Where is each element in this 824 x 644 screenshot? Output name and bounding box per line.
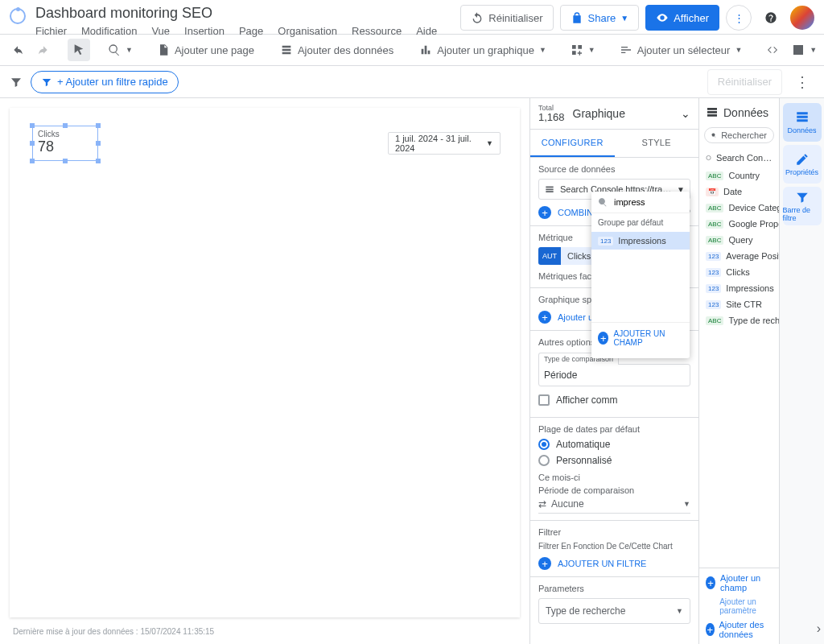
chart-icon	[419, 43, 432, 56]
filter-bar: + Ajouter un filtre rapide Réinitialiser…	[0, 66, 824, 98]
add-page-button[interactable]: Ajouter une page	[150, 39, 261, 61]
field-name: Date	[723, 187, 742, 196]
show-as-checkbox[interactable]: Afficher comm	[538, 394, 690, 406]
filter-subheading: Filtrer En Fonction De Ce/Cette Chart	[538, 542, 690, 551]
field-name: Query	[728, 235, 752, 245]
default-date-range-heading: Plage de dates par défaut	[538, 424, 690, 434]
add-param-link[interactable]: +Ajouter un paramètre	[699, 597, 779, 615]
field-row[interactable]: 123Impressions	[699, 280, 779, 296]
rail-filterbar-tab[interactable]: Barre de filtre	[783, 187, 822, 225]
field-search-input[interactable]: Rechercher	[704, 127, 774, 143]
select-tool[interactable]	[68, 39, 90, 61]
swap-icon: ⇄	[538, 498, 546, 510]
rail-properties-tab[interactable]: Propriétés	[783, 145, 822, 184]
filter-more-button[interactable]: ⋮	[790, 73, 814, 91]
grid-plus-icon	[571, 43, 583, 56]
compare-type-select[interactable]: Période	[538, 364, 690, 386]
plus-icon: +	[538, 557, 551, 570]
field-type-icon: 123	[706, 300, 721, 309]
eye-icon	[656, 11, 669, 24]
image-icon	[792, 43, 805, 56]
connector-icon	[706, 153, 711, 163]
add-filter-button[interactable]: + AJOUTER UN FILTRE	[538, 557, 690, 570]
add-data-link[interactable]: +Ajouter des données	[699, 615, 779, 644]
report-title[interactable]: Dashboard monitoring SEO	[35, 5, 460, 22]
filter-icon[interactable]	[10, 76, 23, 89]
radio-custom[interactable]: Personnalisé	[538, 455, 690, 466]
report-canvas[interactable]: Clicks 78 1 juil. 2024 - 31 juil. 2024▼	[10, 108, 520, 617]
undo-button[interactable]	[6, 39, 29, 61]
field-type-icon: ABC	[706, 236, 723, 245]
field-row[interactable]: 123Clicks	[699, 264, 779, 280]
field-row[interactable]: 📅Date	[699, 184, 779, 200]
connector-row[interactable]: Search Console https:…	[699, 148, 779, 167]
add-chart-button[interactable]: Ajouter un graphique▼	[413, 39, 553, 61]
share-button[interactable]: Share▼	[560, 5, 640, 31]
view-button[interactable]: Afficher	[645, 5, 719, 31]
kebab-icon: ⋮	[734, 12, 744, 24]
menu-help[interactable]: Aide	[416, 25, 437, 37]
menu-view[interactable]: Vue	[151, 25, 170, 37]
menu-file[interactable]: Fichier	[35, 25, 67, 37]
metric-search-popover: Groupe par défaut 123 Impressions + AJOU…	[591, 192, 690, 358]
compare-period-select[interactable]: ⇄Aucune ▼	[538, 495, 690, 514]
tab-style[interactable]: STYLE	[615, 130, 699, 157]
field-row[interactable]: 123Site CTR	[699, 296, 779, 312]
scorecard-chart[interactable]: Clicks 78	[32, 126, 98, 161]
chart-type-selector[interactable]: Graphique⌄	[573, 107, 690, 120]
collapse-panel-button[interactable]: ›	[817, 621, 821, 636]
add-control-button[interactable]: Ajouter un sélecteur▼	[613, 39, 749, 61]
field-row[interactable]: ABCCountry	[699, 167, 779, 184]
menu-arrange[interactable]: Organisation	[278, 25, 337, 37]
add-field-link[interactable]: +Ajouter un champ	[699, 568, 779, 597]
zoom-button[interactable]: ▼	[103, 39, 138, 61]
date-range-control[interactable]: 1 juil. 2024 - 31 juil. 2024▼	[388, 132, 501, 155]
field-name: Device Category	[728, 203, 779, 213]
embed-button[interactable]	[761, 39, 784, 61]
right-rail: Données Propriétés Barre de filtre	[779, 98, 824, 644]
popover-add-field-button[interactable]: + AJOUTER UN CHAMP	[591, 322, 690, 353]
parameter-select[interactable]: Type de recherche▼	[538, 598, 690, 624]
field-row[interactable]: ABCGoogle Property	[699, 216, 779, 232]
data-panel-header: Données	[699, 98, 779, 127]
menu-edit[interactable]: Modification	[81, 25, 137, 37]
data-icon	[280, 43, 293, 56]
tab-configure[interactable]: CONFIGURER	[530, 130, 615, 157]
data-source-heading: Source de données	[538, 164, 690, 174]
svg-point-0	[707, 155, 711, 159]
more-options-button[interactable]: ⋮	[726, 5, 752, 31]
search-icon	[711, 130, 716, 140]
add-quick-filter-button[interactable]: + Ajouter un filtre rapide	[31, 71, 179, 93]
redo-button[interactable]	[32, 39, 55, 61]
popover-item-impressions[interactable]: 123 Impressions	[591, 232, 690, 250]
filter-reset-button: Réinitialiser	[707, 69, 782, 95]
metric-search-input[interactable]	[612, 196, 677, 208]
image-button[interactable]: ▼	[787, 39, 822, 61]
scorecard-value: 78	[38, 138, 93, 155]
help-button[interactable]	[758, 5, 784, 31]
rail-data-tab[interactable]: Données	[783, 103, 822, 142]
menu-insert[interactable]: Insertion	[184, 25, 225, 37]
undo-icon	[471, 11, 484, 24]
radio-auto[interactable]: Automatique	[538, 439, 690, 450]
this-month-label: Ce mois-ci	[538, 473, 690, 482]
chevron-down-icon: ▼	[676, 607, 683, 615]
canvas-area: Clicks 78 1 juil. 2024 - 31 juil. 2024▼ …	[0, 98, 529, 644]
add-data-button[interactable]: Ajouter des données	[274, 39, 400, 61]
field-row[interactable]: 123Average Position	[699, 248, 779, 264]
redo-icon	[37, 43, 50, 56]
field-type-icon: ABC	[706, 171, 723, 180]
field-row[interactable]: ABCDevice Category	[699, 200, 779, 216]
user-avatar[interactable]	[790, 6, 814, 30]
share-icon	[571, 11, 583, 24]
compare-period-label: Période de comparaison	[538, 485, 690, 495]
scorecard-label: Clicks	[38, 130, 93, 138]
field-row[interactable]: ABCQuery	[699, 232, 779, 248]
reset-button[interactable]: Réinitialiser	[460, 5, 553, 31]
menu-resource[interactable]: Ressource	[352, 25, 402, 37]
menu-page[interactable]: Page	[239, 25, 263, 37]
field-row[interactable]: ABCType de recherche	[699, 312, 779, 328]
community-viz-button[interactable]: ▼	[566, 39, 600, 61]
field-type-icon: ABC	[706, 316, 723, 325]
metric-chip[interactable]: AUT Clicks	[538, 247, 597, 265]
